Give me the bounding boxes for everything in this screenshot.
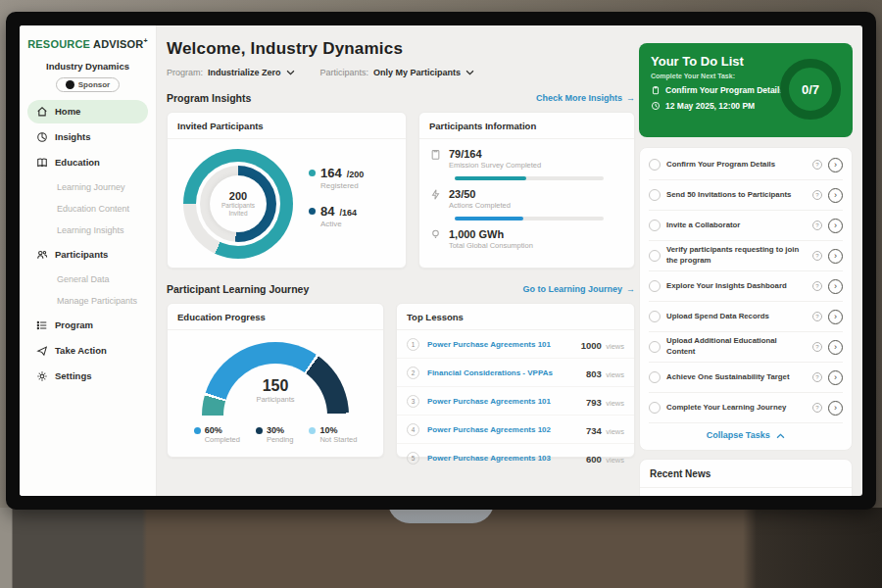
info-icon[interactable]: ?: [812, 160, 822, 170]
lesson-link[interactable]: Power Purchase Agreements 103: [427, 454, 586, 463]
card-title: Participants Information: [419, 113, 634, 139]
task-row-upload-spend-data[interactable]: Upload Spend Data Records ? ›: [649, 302, 843, 332]
clipboard-icon: [429, 148, 442, 161]
invited-donut: 200 Participants Invited: [183, 149, 293, 259]
check-more-insights-link[interactable]: Check More Insights →: [536, 93, 635, 103]
arrow-right-icon: →: [626, 93, 635, 103]
insights-icon: [36, 131, 48, 143]
legend-completed: 60% Completed: [194, 425, 240, 444]
task-checkbox[interactable]: [649, 402, 661, 414]
stat-actions-completed: 23/50 Actions Completed: [429, 188, 624, 210]
program-filter[interactable]: Program: Industrialize Zero: [167, 68, 295, 77]
go-to-learning-journey-link[interactable]: Go to Learning Journey →: [522, 284, 635, 294]
task-row-upload-educational-content[interactable]: Upload Additional Educational Content ? …: [649, 332, 843, 363]
task-checkbox[interactable]: [649, 250, 661, 262]
chevron-right-icon[interactable]: ›: [828, 310, 843, 324]
chevron-down-icon: [466, 70, 474, 75]
page-title: Welcome, Industry Dynamics: [167, 39, 639, 59]
active-dot: [309, 208, 316, 215]
pending-dot: [256, 427, 263, 434]
chevron-right-icon[interactable]: ›: [828, 219, 843, 233]
lesson-row: 3 Power Purchase Agreements 101 793 view…: [397, 387, 634, 416]
sidebar-item-general-data[interactable]: General Data: [20, 269, 156, 290]
lesson-link[interactable]: Financial Considerations - VPPAs: [427, 368, 586, 377]
task-checkbox[interactable]: [649, 341, 661, 353]
recent-news-card: Recent News: [639, 459, 853, 496]
sidebar-item-home[interactable]: Home: [27, 100, 148, 123]
todo-panel: Your To Do List Complete Your Next Task:…: [639, 43, 853, 496]
card-title: Top Lessons: [397, 304, 634, 330]
sidebar-item-settings[interactable]: Settings: [27, 365, 148, 388]
chevron-right-icon[interactable]: ›: [828, 188, 843, 203]
sidebar-item-education-content[interactable]: Education Content: [20, 198, 156, 220]
info-icon[interactable]: ?: [812, 251, 822, 261]
task-checkbox[interactable]: [649, 220, 661, 231]
not-started-dot: [309, 427, 316, 434]
info-icon[interactable]: ?: [812, 372, 822, 382]
journey-cards-row: Education Progress 150 Participants 60%: [167, 303, 635, 458]
chevron-right-icon[interactable]: ›: [828, 340, 843, 355]
book-icon: [36, 157, 48, 169]
task-row-confirm-program[interactable]: Confirm Your Program Details ? ›: [649, 150, 843, 180]
lesson-row: 4 Power Purchase Agreements 102 734 view…: [397, 416, 634, 444]
gear-icon: [36, 370, 48, 382]
card-title: Education Progress: [168, 304, 383, 330]
clipboard-icon: [651, 85, 661, 95]
task-row-achieve-target[interactable]: Achieve One Sustainability Target ? ›: [649, 363, 843, 393]
sidebar-item-take-action[interactable]: Take Action: [27, 339, 148, 363]
info-icon[interactable]: ?: [812, 281, 822, 291]
chevron-right-icon[interactable]: ›: [828, 249, 843, 264]
info-icon[interactable]: ?: [812, 190, 822, 200]
bar-actions: [455, 217, 523, 220]
learning-journey-header: Participant Learning Journey Go to Learn…: [167, 283, 635, 295]
task-checkbox[interactable]: [649, 311, 661, 322]
chevron-right-icon[interactable]: ›: [828, 279, 843, 294]
info-icon[interactable]: ?: [812, 342, 822, 352]
info-icon[interactable]: ?: [812, 403, 822, 413]
sidebar-item-insights[interactable]: Insights: [27, 125, 148, 149]
sidebar-item-learning-insights[interactable]: Learning Insights: [20, 220, 156, 241]
clock-icon: [651, 101, 661, 111]
main-content: Welcome, Industry Dynamics Program: Indu…: [157, 25, 639, 496]
gauge-center-label: 150 Participants: [202, 377, 349, 404]
lesson-link[interactable]: Power Purchase Agreements 101: [427, 397, 586, 406]
task-checkbox[interactable]: [649, 159, 661, 171]
task-row-send-invitations[interactable]: Send 50 Invitations to Participants ? ›: [649, 180, 843, 211]
filter-bar: Program: Industrialize Zero Participants…: [167, 68, 639, 77]
chevron-right-icon[interactable]: ›: [828, 158, 843, 172]
sidebar-item-learning-journey[interactable]: Learning Journey: [20, 176, 156, 198]
participants-filter[interactable]: Participants: Only My Participants: [320, 68, 475, 77]
sidebar-item-program[interactable]: Program: [27, 314, 148, 337]
lessons-list: 1 Power Purchase Agreements 101 1000 vie…: [397, 330, 634, 471]
info-icon[interactable]: ?: [812, 220, 822, 230]
task-checkbox[interactable]: [649, 189, 661, 201]
sidebar-item-participants[interactable]: Participants: [27, 243, 148, 267]
task-row-complete-learning-journey[interactable]: Complete Your Learning Journey ? ›: [649, 393, 843, 423]
program-insights-header: Program Insights Check More Insights →: [167, 92, 635, 104]
task-checkbox[interactable]: [649, 371, 661, 383]
info-icon[interactable]: ?: [812, 312, 822, 321]
participants-information-card: Participants Information 79/164 Emission…: [418, 112, 635, 269]
chevron-right-icon[interactable]: ›: [828, 370, 843, 385]
task-row-explore-insights[interactable]: Explore Your Insights Dashboard ? ›: [649, 271, 843, 302]
education-gauge: 150 Participants: [202, 342, 349, 416]
lesson-link[interactable]: Power Purchase Agreements 101: [427, 340, 581, 349]
section-title: Program Insights: [167, 92, 251, 104]
completed-dot: [194, 427, 201, 434]
collapse-tasks-link[interactable]: Collapse Tasks: [649, 423, 843, 448]
arrow-right-icon: →: [626, 284, 635, 294]
sidebar-item-education[interactable]: Education: [27, 151, 148, 174]
sidebar-item-manage-participants[interactable]: Manage Participants: [20, 290, 156, 312]
sidebar-nav: Home Insights Education Learning Journey…: [20, 100, 156, 388]
task-checkbox[interactable]: [649, 280, 661, 292]
stat-emission-survey: 79/164 Emission Survey Completed: [429, 148, 624, 170]
chevron-right-icon[interactable]: ›: [828, 401, 843, 416]
chevron-down-icon: [286, 70, 295, 75]
bar-emission: [455, 176, 526, 180]
lesson-link[interactable]: Power Purchase Agreements 102: [427, 425, 586, 434]
todo-task-list: Confirm Your Program Details ? › Send 50…: [639, 147, 853, 451]
chevron-up-icon: [776, 433, 785, 439]
sponsor-badge: Sponsor: [56, 77, 120, 92]
task-row-verify-participants[interactable]: Verify participants requesting to join t…: [649, 241, 843, 271]
task-row-invite-collaborator[interactable]: Invite a Collaborator ? ›: [649, 211, 843, 241]
